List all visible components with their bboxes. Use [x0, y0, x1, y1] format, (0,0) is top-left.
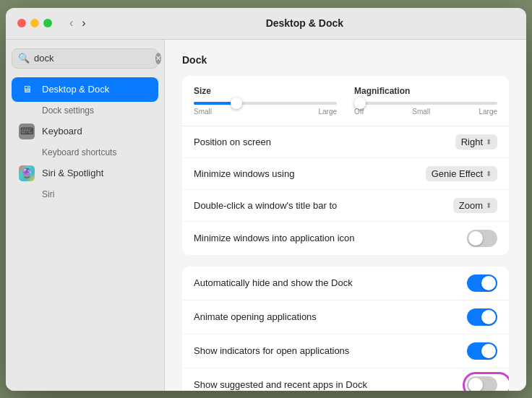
mag-slider-labels: Off Small Large — [354, 108, 497, 116]
recent-apps-toggle-knob — [468, 378, 483, 391]
sidebar-item-keyboard[interactable]: ⌨ Keyboard — [12, 119, 158, 144]
sidebar-label-siri: Siri & Spotlight — [42, 168, 103, 178]
sidebar-label-desktop-dock: Desktop & Dock — [42, 84, 109, 95]
size-slider-group: Size Small Large — [194, 86, 337, 116]
setting-row-position: Position on screen Right ⬍ — [182, 126, 509, 158]
mag-small-label: Small — [412, 108, 430, 116]
search-input[interactable] — [34, 53, 155, 64]
recent-apps-label: Show suggested and recent apps in Dock — [194, 379, 367, 390]
setting-row-indicators: Show indicators for open applications — [182, 334, 509, 368]
position-label: Position on screen — [194, 137, 271, 147]
animate-label: Animate opening applications — [194, 311, 317, 322]
content-area: 🔍 ✕ 🖥 Desktop & Dock Dock settings ⌨ Key… — [6, 40, 526, 391]
mag-slider-track[interactable] — [354, 102, 497, 105]
recent-apps-toggle[interactable] — [467, 376, 497, 391]
sidebar-sublabel-dock-settings[interactable]: Dock settings — [12, 103, 158, 118]
sidebar-sublabel-keyboard-shortcuts[interactable]: Keyboard shortcuts — [12, 145, 158, 160]
recent-apps-toggle-track[interactable] — [467, 376, 497, 391]
autohide-label: Automatically hide and show the Dock — [194, 277, 353, 288]
setting-row-autohide: Automatically hide and show the Dock — [182, 267, 509, 300]
sliders-card: Size Small Large — [182, 76, 509, 255]
mag-large-label: Large — [479, 108, 497, 116]
indicators-toggle-knob — [481, 344, 496, 358]
size-slider-labels: Small Large — [194, 108, 337, 116]
doubleclick-select[interactable]: Zoom ⬍ — [453, 198, 497, 213]
size-large-label: Large — [318, 108, 337, 116]
main-inner: Dock Size — [182, 54, 509, 391]
nav-buttons: ‹ › — [66, 15, 89, 31]
autohide-toggle-track[interactable] — [467, 274, 497, 292]
setting-row-minimize-icon: Minimize windows into application icon — [182, 222, 509, 255]
doubleclick-chevron-icon: ⬍ — [486, 202, 492, 209]
minimize-icon-toggle-knob — [468, 231, 483, 246]
sidebar-item-siri[interactable]: 🔮 Siri & Spotlight — [12, 161, 158, 186]
minimize-icon-toggle-track[interactable] — [467, 230, 497, 247]
slider-section: Size Small Large — [182, 76, 509, 126]
settings-window: ‹ › Desktop & Dock 🔍 ✕ 🖥 Desktop & Dock … — [6, 8, 526, 391]
setting-row-recent-apps: Show suggested and recent apps in Dock — [182, 368, 509, 391]
autohide-toggle-knob — [481, 276, 496, 290]
sidebar-label-keyboard: Keyboard — [42, 126, 82, 137]
size-label: Size — [194, 86, 337, 96]
main-panel: Dock Size — [165, 40, 526, 391]
setting-row-minimize: Minimize windows using Genie Effect ⬍ — [182, 158, 509, 190]
position-select[interactable]: Right ⬍ — [455, 134, 497, 150]
size-slider-track[interactable] — [194, 102, 337, 105]
sidebar: 🔍 ✕ 🖥 Desktop & Dock Dock settings ⌨ Key… — [6, 40, 165, 391]
forward-button[interactable]: › — [79, 15, 88, 31]
sidebar-item-desktop-dock[interactable]: 🖥 Desktop & Dock — [12, 77, 158, 102]
siri-icon: 🔮 — [19, 165, 35, 181]
toggle-rows-card: Automatically hide and show the Dock Ani… — [182, 267, 509, 391]
keyboard-icon: ⌨ — [19, 124, 35, 139]
dock-section-title: Dock — [182, 54, 509, 66]
minimize-button[interactable] — [30, 19, 39, 27]
magnification-label: Magnification — [354, 86, 497, 96]
minimize-select[interactable]: Genie Effect ⬍ — [426, 166, 497, 181]
titlebar: ‹ › Desktop & Dock — [6, 8, 526, 40]
doubleclick-value: Zoom — [459, 200, 483, 211]
desktop-dock-icon: 🖥 — [19, 82, 35, 98]
search-icon: 🔍 — [18, 53, 30, 64]
size-small-label: Small — [194, 108, 212, 116]
indicators-toggle-track[interactable] — [467, 342, 497, 360]
traffic-lights — [17, 19, 52, 27]
search-clear-button[interactable]: ✕ — [155, 53, 161, 64]
setting-row-animate: Animate opening applications — [182, 300, 509, 334]
magnification-slider-group: Magnification Off Small Large — [354, 86, 497, 116]
setting-row-doubleclick: Double-click a window's title bar to Zoo… — [182, 190, 509, 222]
back-button[interactable]: ‹ — [66, 15, 76, 31]
animate-toggle-track[interactable] — [467, 308, 497, 326]
autohide-toggle[interactable] — [467, 274, 497, 292]
animate-toggle-knob — [481, 310, 496, 324]
minimize-icon-toggle[interactable] — [467, 230, 497, 247]
close-button[interactable] — [17, 19, 26, 27]
doubleclick-label: Double-click a window's title bar to — [194, 200, 337, 211]
indicators-toggle[interactable] — [467, 342, 497, 360]
sidebar-sublabel-siri[interactable]: Siri — [12, 187, 158, 202]
size-slider-thumb[interactable] — [231, 98, 242, 109]
search-box[interactable]: 🔍 ✕ — [12, 48, 158, 69]
position-value: Right — [461, 137, 483, 147]
slider-row: Size Small Large — [194, 86, 497, 116]
minimize-value: Genie Effect — [432, 168, 483, 179]
fullscreen-button[interactable] — [43, 19, 52, 27]
position-chevron-icon: ⬍ — [486, 138, 492, 146]
indicators-label: Show indicators for open applications — [194, 345, 349, 356]
minimize-icon-label: Minimize windows into application icon — [194, 233, 355, 243]
animate-toggle[interactable] — [467, 308, 497, 326]
minimize-chevron-icon: ⬍ — [486, 170, 492, 178]
mag-slider-thumb[interactable] — [354, 98, 366, 109]
window-title: Desktop & Dock — [95, 17, 515, 29]
minimize-label: Minimize windows using — [194, 168, 294, 179]
